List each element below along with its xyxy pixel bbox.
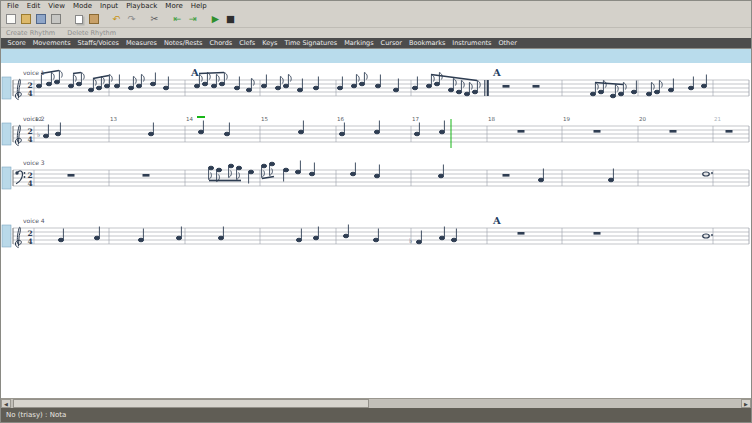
- menu-item-input[interactable]: Input: [96, 1, 122, 11]
- staff-label: voice 3: [23, 159, 45, 166]
- cut-icon[interactable]: ✂: [148, 13, 161, 26]
- action-menu-cursor[interactable]: Cursor: [377, 38, 405, 48]
- toolbar-separator: [163, 13, 169, 26]
- rehearsal-mark: A: [492, 215, 501, 226]
- print-icon: [51, 14, 61, 24]
- menu-item-playback[interactable]: Playback: [122, 1, 161, 11]
- menu-item-edit[interactable]: Edit: [23, 1, 45, 11]
- play-icon[interactable]: ▶: [209, 13, 222, 26]
- staff-tab[interactable]: [2, 77, 11, 99]
- main-toolbar: ↶↷✂⇤⇥▶■: [1, 11, 751, 28]
- measure-number: 17: [412, 116, 419, 122]
- new-file-icon: [6, 14, 16, 24]
- statusbar-text: No (triasy) : Nota: [6, 411, 66, 419]
- staff-tab[interactable]: [2, 167, 11, 189]
- measure-number: 14: [186, 116, 193, 122]
- undo-icon[interactable]: ↶: [110, 13, 123, 26]
- rhythm-toolbar: Create Rhythm Delete Rhythm: [1, 28, 751, 38]
- action-menu-instruments[interactable]: Instruments: [449, 38, 495, 48]
- stop-icon[interactable]: ■: [224, 13, 237, 26]
- selection-marker: [197, 116, 205, 118]
- measure-number: 18: [488, 116, 495, 122]
- measure-number: 15: [261, 116, 268, 122]
- measure-number: 19: [563, 116, 570, 122]
- redo-icon: ↷: [128, 14, 136, 24]
- toolbar-separator: [201, 13, 207, 26]
- action-menu-time-signatures[interactable]: Time Signatures: [281, 38, 341, 48]
- toolbar-separator: [102, 13, 108, 26]
- score-canvas[interactable]: voice 124AAvoice 224♭voice 324voice 424A…: [1, 48, 751, 398]
- score-svg[interactable]: voice 124AAvoice 224♭voice 324voice 424A…: [1, 49, 752, 399]
- svg-text:♭: ♭: [37, 131, 40, 139]
- toolbar-separator: [140, 13, 146, 26]
- go-to-end-icon[interactable]: ⇥: [186, 13, 199, 26]
- open-file-icon[interactable]: [19, 13, 32, 26]
- paste-icon: [89, 14, 99, 24]
- paste-icon[interactable]: [87, 13, 100, 26]
- staff-label: voice 4: [23, 217, 45, 224]
- svg-text:♭: ♭: [409, 237, 412, 245]
- go-to-start-icon: ⇤: [174, 14, 182, 24]
- action-menu-keys[interactable]: Keys: [259, 38, 281, 48]
- action-menu-clefs[interactable]: Clefs: [236, 38, 259, 48]
- scroll-left-button[interactable]: ◀: [1, 399, 11, 408]
- action-menu-bookmarks[interactable]: Bookmarks: [405, 38, 448, 48]
- measure-number: 20: [639, 116, 646, 122]
- menu-item-mode[interactable]: Mode: [69, 1, 96, 11]
- copy-icon[interactable]: [72, 13, 85, 26]
- staff-tab[interactable]: [2, 123, 11, 145]
- treble-clef-icon: [15, 79, 21, 99]
- svg-text:4: 4: [27, 179, 32, 188]
- scrollbar-thumb[interactable]: [13, 399, 369, 408]
- create-rhythm-button[interactable]: Create Rhythm: [6, 29, 55, 37]
- action-menu-chords[interactable]: Chords: [206, 38, 236, 48]
- svg-text:4: 4: [27, 135, 32, 144]
- open-file-icon: [21, 14, 31, 24]
- action-menu-other[interactable]: Other: [495, 38, 520, 48]
- delete-rhythm-button[interactable]: Delete Rhythm: [67, 29, 116, 37]
- staff-voice-4[interactable]: voice 424A♭: [2, 215, 749, 248]
- menubar: FileEditViewModeInputPlaybackMoreHelp: [1, 1, 751, 11]
- action-menu-movements[interactable]: Movements: [29, 38, 74, 48]
- action-menu-notes-rests[interactable]: Notes/Rests: [160, 38, 206, 48]
- measure-number: 21: [714, 116, 721, 122]
- undo-icon: ↶: [113, 14, 121, 24]
- go-to-start-icon[interactable]: ⇤: [171, 13, 184, 26]
- rehearsal-mark: A: [190, 67, 199, 78]
- treble-clef-icon: [15, 227, 21, 247]
- denemo-window: FileEditViewModeInputPlaybackMoreHelp ↶↷…: [0, 0, 752, 423]
- rehearsal-mark: A: [492, 67, 501, 78]
- treble-clef-icon: [15, 125, 21, 145]
- action-menubar: ScoreMovementsStaffs/VoicesMeasuresNotes…: [1, 38, 751, 48]
- copy-icon: [75, 15, 83, 24]
- staff-voice-3[interactable]: voice 324: [2, 159, 749, 189]
- staff-voice-1[interactable]: voice 124AA: [2, 67, 749, 100]
- action-menu-measures[interactable]: Measures: [122, 38, 160, 48]
- toolbar-separator: [64, 13, 70, 26]
- cut-icon: ✂: [151, 14, 159, 24]
- action-menu-score[interactable]: Score: [4, 38, 29, 48]
- horizontal-scrollbar[interactable]: ◀ ▶: [1, 398, 751, 408]
- play-icon: ▶: [212, 14, 219, 24]
- measure-number: 12: [35, 116, 42, 122]
- staff-tab[interactable]: [2, 225, 11, 247]
- menu-item-view[interactable]: View: [44, 1, 69, 11]
- svg-text:4: 4: [27, 89, 32, 98]
- print-icon[interactable]: [49, 13, 62, 26]
- go-to-end-icon: ⇥: [189, 14, 197, 24]
- save-file-icon[interactable]: [34, 13, 47, 26]
- action-menu-markings[interactable]: Markings: [341, 38, 377, 48]
- stop-icon: ■: [226, 14, 235, 24]
- score-header-band: [1, 49, 752, 63]
- redo-icon[interactable]: ↷: [125, 13, 138, 26]
- measure-number: 16: [337, 116, 344, 122]
- measure-number: 13: [110, 116, 117, 122]
- new-file-icon[interactable]: [4, 13, 17, 26]
- scrollbar-track[interactable]: [11, 399, 741, 408]
- save-file-icon: [36, 14, 46, 24]
- scroll-right-button[interactable]: ▶: [741, 399, 751, 408]
- menu-item-file[interactable]: File: [3, 1, 23, 11]
- menu-item-help[interactable]: Help: [187, 1, 211, 11]
- action-menu-staffs-voices[interactable]: Staffs/Voices: [74, 38, 122, 48]
- menu-item-more[interactable]: More: [161, 1, 186, 11]
